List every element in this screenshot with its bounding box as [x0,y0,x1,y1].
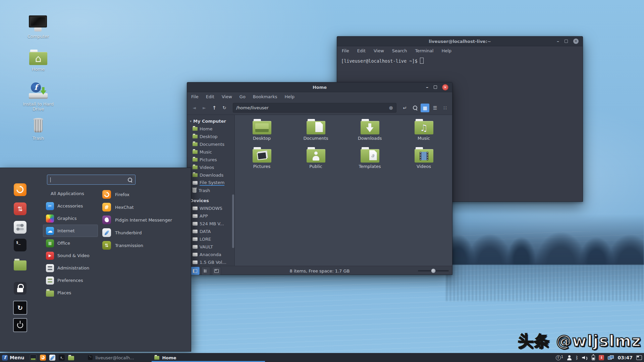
taskbar-window-terminal[interactable]: liveuser@localh... [85,353,147,362]
folder-desktop[interactable]: Desktop [235,119,289,147]
desktop-icon-home[interactable]: Home [17,50,59,72]
menu-view[interactable]: View [374,48,384,53]
category-places[interactable]: Places [43,287,98,299]
menu-go[interactable]: Go [239,94,246,99]
app-firefox[interactable]: Firefox [102,188,188,201]
sidebar-item-home[interactable]: Home [187,125,234,133]
menu-edit[interactable]: Edit [357,48,366,53]
taskbar-window-home[interactable]: Home [152,353,265,362]
app-hexchat[interactable]: HexChat [102,201,188,214]
app-thunderbird[interactable]: Thunderbird [102,226,188,239]
desktop-icon-computer[interactable]: Computer [17,15,59,39]
thunderbird-launcher[interactable] [49,355,55,361]
favorite-software-updater[interactable] [13,201,28,216]
sidebar-item-downloads[interactable]: Downloads [187,171,234,179]
show-treeview-button[interactable] [201,267,210,275]
zoom-slider-knob[interactable] [431,268,436,273]
terminal-output[interactable]: [liveuser@localhost-live ~]$ [337,55,583,66]
up-button[interactable]: ↑ [210,105,219,111]
show-desktop-button[interactable] [30,354,37,361]
terminal-launcher[interactable] [59,355,65,361]
refresh-button[interactable]: ↻ [220,105,229,110]
sidebar-header-my-computer[interactable]: ▾ My Computer [187,117,234,125]
favorite-firefox[interactable] [13,182,28,197]
menu-help[interactable]: Help [284,94,294,99]
menu-help[interactable]: Help [441,48,451,53]
menu-button[interactable]: f Menu [2,355,24,361]
menu-file[interactable]: File [342,48,349,53]
desktop-icon-trash[interactable]: Trash [17,117,59,141]
sidebar-item-videos[interactable]: Videos [187,164,234,171]
clear-location-icon[interactable]: ⊗ [389,105,393,111]
category-graphics[interactable]: Graphics [43,212,98,225]
sidebar-item-data[interactable]: DATA [187,228,234,235]
menu-terminal[interactable]: Terminal [415,48,433,53]
folder-templates[interactable]: Templates [343,147,397,175]
files-launcher[interactable] [68,356,74,360]
sidebar-item-trash[interactable]: Trash [187,187,234,194]
sidebar-scrollbar[interactable] [232,194,234,248]
favorite-terminal[interactable] [13,238,28,252]
toggle-location-entry-button[interactable]: ↵ [400,104,409,112]
category-administration[interactable]: Administration [43,262,98,274]
volume-icon[interactable] [582,355,588,360]
desktop-icon-install-to-hard-drive[interactable]: f Install to Hard Drive [17,82,59,112]
zoom-slider[interactable] [418,268,449,273]
folder-documents[interactable]: Documents [289,119,343,147]
shutdown-button[interactable] [13,318,28,333]
minimize-button[interactable]: – [426,85,428,89]
show-places-button[interactable] [191,267,200,275]
sidebar-item-file-system[interactable]: File System [187,179,234,187]
favorite-files[interactable] [13,257,28,272]
favorite-system-settings[interactable] [13,220,28,235]
close-icon[interactable]: ✕ [573,39,579,44]
minimize-button[interactable]: – [557,40,559,43]
clock[interactable]: 03:47 [618,355,633,360]
folder-videos[interactable]: Videos [397,147,451,175]
list-view-button[interactable]: ☰ [431,104,439,112]
category-accessories[interactable]: Accessories [43,200,98,212]
app-pidgin[interactable]: Pidgin Internet Messenger [102,214,188,226]
menu-file[interactable]: File [191,94,199,99]
hide-sidebar-button[interactable] [212,267,221,275]
sidebar-item-1-5gb-volume[interactable]: 1.5 GB Vol... [187,258,234,266]
menu-view[interactable]: View [222,94,232,99]
category-internet[interactable]: Internet [43,225,98,237]
folder-public[interactable]: Public [289,147,343,175]
icon-view-button[interactable]: ▦ [421,104,429,112]
notifications-applet[interactable]: ! 1 [556,355,563,360]
restart-button[interactable] [13,300,28,315]
file-view[interactable]: Desktop Documents Downloads Music Pictur… [235,115,452,266]
sidebar-item-app[interactable]: APP [187,212,234,220]
menu-search[interactable]: Search [392,48,407,53]
menu-bookmarks[interactable]: Bookmarks [253,94,277,99]
forward-button[interactable]: ► [200,105,209,110]
sidebar-item-pictures[interactable]: Pictures [187,156,234,164]
bluetooth-icon[interactable]: ᛒ [576,355,578,360]
maximize-button[interactable] [565,40,568,43]
category-all-applications[interactable]: All Applications [43,187,98,200]
terminal-titlebar[interactable]: liveuser@localhost-live:~ – ✕ [337,37,583,46]
battery-icon[interactable] [592,355,595,360]
sidebar-item-desktop[interactable]: Desktop [187,133,234,140]
folder-downloads[interactable]: Downloads [343,119,397,147]
search-button[interactable] [411,104,419,112]
location-bar[interactable]: /home/liveuser ⊗ [233,103,396,113]
restore-button[interactable] [434,85,437,89]
back-button[interactable]: ◄ [190,105,199,110]
folder-pictures[interactable]: Pictures [235,147,289,175]
close-icon[interactable]: ✕ [442,84,448,90]
category-sound-video[interactable]: Sound & Video [43,249,98,262]
window-switcher-icon[interactable] [636,355,642,360]
user-applet-icon[interactable] [567,355,572,360]
firefox-launcher[interactable] [40,355,46,361]
compact-view-button[interactable]: ∷ [441,104,449,112]
category-office[interactable]: Office [43,237,98,249]
sidebar-item-anaconda[interactable]: Anaconda [187,251,234,258]
menu-edit[interactable]: Edit [206,94,214,99]
sidebar-item-vault[interactable]: VAULT [187,243,234,251]
sidebar-item-documents[interactable]: Documents [187,140,234,148]
file-manager-titlebar[interactable]: Home – ✕ [187,82,452,92]
category-preferences[interactable]: Preferences [43,274,98,287]
lock-screen-button[interactable] [13,281,28,296]
